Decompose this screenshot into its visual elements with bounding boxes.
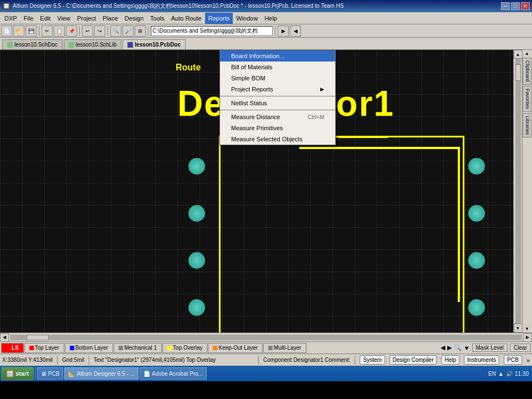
- tb-new[interactable]: 📄: [1, 25, 12, 37]
- pad-r1: [468, 158, 485, 175]
- mask-level-label: Mask Level: [472, 344, 508, 352]
- tb-open[interactable]: 📂: [13, 25, 24, 37]
- menu-item-netlist-status[interactable]: Netlist Status: [220, 98, 335, 109]
- right-tab-favorites[interactable]: Favorites: [523, 86, 531, 112]
- status-sep4: [355, 356, 355, 365]
- layer-top[interactable]: Top Layer: [24, 343, 64, 353]
- layer-color-top: [29, 346, 34, 350]
- tab-icon-sch1: [7, 42, 13, 48]
- menu-help[interactable]: Help: [261, 13, 280, 24]
- tb-sep3: [108, 26, 108, 36]
- tb-misc1[interactable]: ▶: [278, 25, 289, 37]
- layer-label-bottom: Bottom Layer: [75, 345, 108, 351]
- systray-lang: EN: [488, 371, 496, 377]
- status-grid: Grid:5mil: [62, 357, 84, 363]
- nav-btn2[interactable]: ▶: [447, 344, 452, 351]
- path-input[interactable]: [151, 26, 273, 36]
- layer-color-keepout: [213, 346, 217, 350]
- layer-bottom[interactable]: Bottom Layer: [65, 343, 113, 353]
- tb-misc2[interactable]: ◀: [290, 25, 301, 37]
- status-sep1: [57, 356, 58, 365]
- menu-edit[interactable]: Edit: [37, 13, 54, 24]
- tb-fit[interactable]: ⊞: [135, 25, 146, 37]
- menu-item-measure-distance[interactable]: Measure Distance Ctrl+M: [220, 111, 335, 122]
- menu-dxp[interactable]: DXP: [1, 13, 21, 24]
- menu-item-simple-bom[interactable]: Simple BOM: [220, 73, 335, 84]
- status-instruments-btn[interactable]: Instruments: [464, 355, 499, 365]
- tab-pcbdoc[interactable]: lesson10.PcbDoc: [122, 39, 186, 49]
- layer-bar-right: ◀ ▶ 🔍 ▼ Mask Level Clear: [441, 344, 531, 352]
- taskbar-adobe[interactable]: 📄 Adobe Acrobat Pro...: [140, 367, 207, 380]
- board-info-label: Board Information...: [231, 53, 285, 59]
- tb-zoom-out[interactable]: 🔎: [122, 25, 134, 37]
- layer-mech1[interactable]: Mechanical 1: [114, 343, 162, 353]
- clear-button[interactable]: Clear: [510, 344, 531, 352]
- menu-item-bom[interactable]: Bill of Materials: [220, 62, 335, 73]
- filter-icon: ▼: [464, 345, 470, 351]
- close-button[interactable]: ✕: [521, 2, 530, 10]
- taskbar-altium[interactable]: 📐 Altium Designer 6.5 - ...: [64, 367, 138, 380]
- status-bar: X:3380mil Y:4130mil Grid:5mil Text "Desi…: [0, 354, 532, 366]
- status-pcb-btn[interactable]: PCB: [504, 355, 522, 365]
- right-tab-libraries[interactable]: Libraries: [523, 113, 531, 138]
- status-design-compiler-btn[interactable]: Design Compiler: [390, 355, 437, 365]
- tb-sep1: [39, 26, 39, 36]
- status-system-btn[interactable]: System: [360, 355, 385, 365]
- menu-design[interactable]: Design: [121, 13, 147, 24]
- menu-autoroute[interactable]: Auto Route: [168, 13, 205, 24]
- taskbar-pcb[interactable]: 🖥 PCB: [37, 367, 64, 380]
- measure-distance-label: Measure Distance: [231, 114, 280, 120]
- tb-cut[interactable]: ✂: [42, 25, 53, 37]
- layer-multi[interactable]: Multi-Layer: [263, 343, 306, 353]
- layer-color-multi: [268, 346, 273, 350]
- menu-project[interactable]: Project: [74, 13, 99, 24]
- right-tab-clipboard[interactable]: Clipboard: [523, 58, 531, 85]
- menu-file[interactable]: File: [21, 13, 37, 24]
- layer-ls[interactable]: LS: [1, 343, 24, 353]
- main-area: Designator1 Route ▲ Clipboard Favorites …: [0, 50, 532, 332]
- start-button[interactable]: 🪟 start: [1, 367, 34, 380]
- pad-l4: [188, 299, 205, 316]
- v-scroll-thumb[interactable]: [515, 64, 521, 81]
- layer-topoverlay[interactable]: Top Overlay: [162, 343, 207, 353]
- tab-schlib[interactable]: lesson10.SchLib: [64, 39, 121, 49]
- tb-save[interactable]: 💾: [25, 25, 37, 37]
- tb-redo[interactable]: ↪: [94, 25, 105, 37]
- layer-keepout[interactable]: Keep-Out Layer: [208, 343, 263, 353]
- pad-l3: [188, 252, 205, 269]
- menu-item-board-info[interactable]: Board Information...: [220, 50, 335, 62]
- h-scroll-thumb[interactable]: [27, 335, 49, 340]
- tab-label-pcbdoc: lesson10.PcbDoc: [135, 42, 181, 48]
- v-scroll-track[interactable]: [515, 59, 521, 324]
- status-help-btn[interactable]: Help: [441, 355, 459, 365]
- right-down[interactable]: ▼: [523, 325, 531, 332]
- h-scroll-track[interactable]: [10, 335, 522, 340]
- nav-btn[interactable]: ◀: [441, 344, 445, 351]
- v-scroll-down[interactable]: ▼: [514, 324, 523, 332]
- menu-item-measure-primitives[interactable]: Measure Primitives: [220, 122, 335, 134]
- menu-item-measure-selected[interactable]: Measure Selected Objects: [220, 134, 335, 145]
- h-scroll-right[interactable]: ▶: [523, 333, 532, 342]
- maximize-button[interactable]: □: [511, 2, 520, 10]
- status-nav[interactable]: »: [526, 357, 530, 364]
- systray-up-arrow[interactable]: ▲: [498, 371, 504, 377]
- tb-sep2: [79, 26, 80, 36]
- menu-view[interactable]: View: [54, 13, 74, 24]
- tb-zoom-in[interactable]: 🔍: [110, 25, 121, 37]
- layer-label-keepout: Keep-Out Layer: [218, 345, 258, 351]
- menu-place[interactable]: Place: [99, 13, 121, 24]
- menu-item-project-reports[interactable]: Project Reports ▶: [220, 84, 335, 95]
- h-scroll-left[interactable]: ◀: [0, 333, 9, 342]
- systray-time: 11:30: [515, 371, 529, 377]
- tb-copy[interactable]: 📋: [54, 25, 65, 37]
- tb-undo[interactable]: ↩: [82, 25, 93, 37]
- v-scroll-up[interactable]: ▲: [514, 50, 523, 59]
- minimize-button[interactable]: —: [501, 2, 510, 10]
- tb-paste[interactable]: 📌: [66, 25, 77, 37]
- right-up[interactable]: ▲: [523, 50, 531, 57]
- menu-tools[interactable]: Tools: [147, 13, 168, 24]
- menu-reports[interactable]: Reports: [205, 13, 233, 24]
- app-icon: 🔲: [2, 2, 11, 10]
- tab-schdoc1[interactable]: lesson10.SchDoc: [2, 39, 63, 49]
- menu-window[interactable]: Window: [233, 13, 261, 24]
